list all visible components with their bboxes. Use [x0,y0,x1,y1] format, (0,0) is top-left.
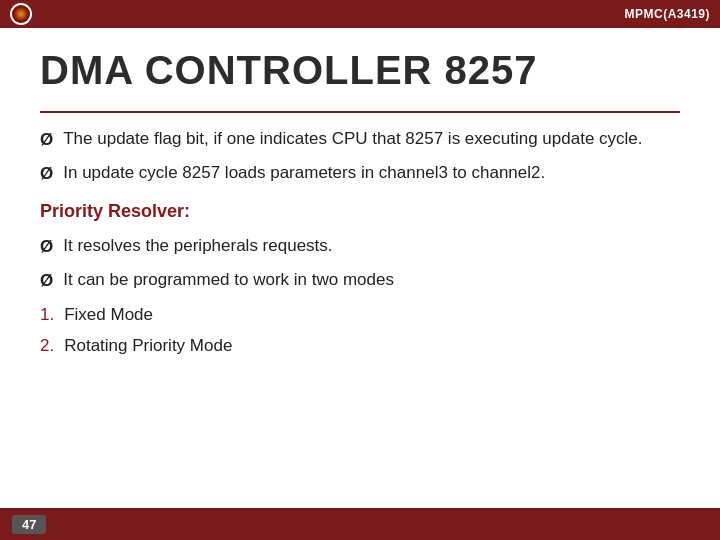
logo-area [10,3,32,25]
number-symbol-1: 1. [40,301,54,328]
bullet-item-2: Ø In update cycle 8257 loads parameters … [40,159,680,187]
bullet-symbol-1: Ø [40,126,53,153]
logo-icon [10,3,32,25]
bottom-bar: 47 [0,508,720,540]
content-body: Ø The update flag bit, if one indicates … [40,125,680,359]
number-symbol-2: 2. [40,332,54,359]
main-content: DMA CONTROLLER 8257 Ø The update flag bi… [0,28,720,383]
top-title: MPMC(A3419) [624,7,710,21]
bullet-text-2: In update cycle 8257 loads parameters in… [63,159,545,186]
priority-bullet-1: Ø It resolves the peripherals requests. [40,232,680,260]
bullet-item-1: Ø The update flag bit, if one indicates … [40,125,680,153]
numbered-text-1: Fixed Mode [64,301,153,328]
priority-heading: Priority Resolver: [40,197,680,226]
bullet-text-1: The update flag bit, if one indicates CP… [63,125,642,152]
numbered-item-2: 2. Rotating Priority Mode [40,332,680,359]
priority-bullet-text-2: It can be programmed to work in two mode… [63,266,394,293]
priority-bullet-text-1: It resolves the peripherals requests. [63,232,332,259]
top-bar: MPMC(A3419) [0,0,720,28]
bullet-symbol-2: Ø [40,160,53,187]
numbered-text-2: Rotating Priority Mode [64,332,232,359]
priority-bullet-2: Ø It can be programmed to work in two mo… [40,266,680,294]
page-title: DMA CONTROLLER 8257 [40,48,680,93]
page-number: 47 [12,515,46,534]
priority-bullet-symbol-1: Ø [40,233,53,260]
divider [40,111,680,113]
numbered-item-1: 1. Fixed Mode [40,301,680,328]
priority-bullet-symbol-2: Ø [40,267,53,294]
